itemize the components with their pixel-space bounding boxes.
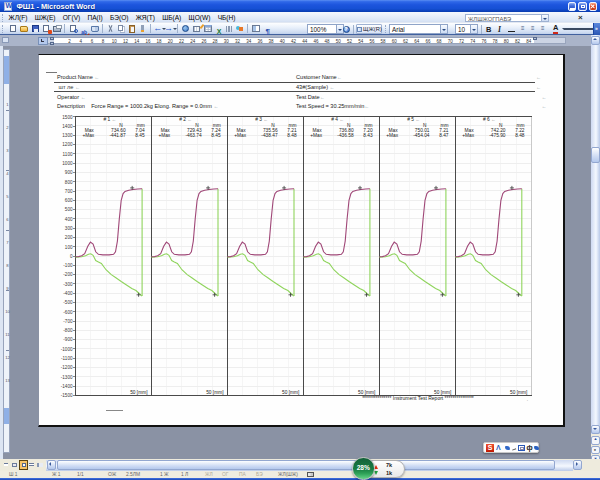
svg-text:-400: -400	[63, 291, 73, 296]
svg-text:7.24: 7.24	[211, 128, 221, 133]
svg-text:Max: Max	[465, 128, 475, 133]
svg-text:734.60: 734.60	[111, 128, 126, 133]
svg-text:-454.04: -454.04	[413, 133, 430, 138]
svg-text:-1000: -1000	[61, 347, 73, 352]
svg-text:Max: Max	[313, 128, 323, 133]
svg-text:-100: -100	[63, 263, 73, 268]
svg-text:7.20: 7.20	[363, 128, 373, 133]
svg-text:mm: mm	[517, 123, 525, 128]
svg-text:7.21: 7.21	[439, 128, 449, 133]
svg-text:700: 700	[65, 189, 73, 194]
svg-text:+Max: +Max	[462, 133, 474, 138]
svg-text:300: 300	[65, 226, 73, 231]
svg-text:mm: mm	[213, 123, 221, 128]
svg-text:Max: Max	[85, 128, 95, 133]
svg-text:600: 600	[65, 198, 73, 203]
svg-text:Max: Max	[389, 128, 399, 133]
svg-text:7.04: 7.04	[135, 128, 145, 133]
svg-text:# 1 ←: # 1 ←	[103, 117, 116, 122]
svg-text:729.43: 729.43	[187, 128, 202, 133]
svg-text:50 [mm]: 50 [mm]	[206, 390, 223, 395]
svg-text:1500: 1500	[62, 115, 73, 120]
svg-text:-200: -200	[63, 272, 73, 277]
svg-text:-300: -300	[63, 282, 73, 287]
svg-text:750.01: 750.01	[415, 128, 430, 133]
svg-text:-800: -800	[63, 328, 73, 333]
svg-text:mm: mm	[289, 123, 297, 128]
svg-text:50 [mm]: 50 [mm]	[358, 390, 375, 395]
svg-text:1200: 1200	[62, 142, 73, 147]
svg-text:-1500: -1500	[61, 393, 73, 398]
svg-text:-475.90: -475.90	[489, 133, 506, 138]
svg-text:-600: -600	[63, 310, 73, 315]
svg-text:N: N	[119, 123, 123, 128]
svg-text:mm: mm	[137, 123, 145, 128]
svg-text:200: 200	[65, 235, 73, 240]
svg-text:# 4 ←: # 4 ←	[331, 117, 344, 122]
svg-text:-1300: -1300	[61, 375, 73, 380]
svg-text:-1200: -1200	[61, 365, 73, 370]
svg-text:8.45: 8.45	[135, 133, 145, 138]
svg-text:+Max: +Max	[82, 133, 94, 138]
svg-text:# 3 ←: # 3 ←	[255, 117, 268, 122]
svg-text:8.48: 8.48	[287, 133, 297, 138]
svg-text:8.45: 8.45	[211, 133, 221, 138]
svg-text:N: N	[347, 123, 351, 128]
svg-text:# 6 ←: # 6 ←	[483, 117, 496, 122]
svg-text:-500: -500	[63, 300, 73, 305]
svg-text:-463.74: -463.74	[185, 133, 202, 138]
svg-text:500: 500	[65, 207, 73, 212]
svg-text:+Max: +Max	[310, 133, 322, 138]
svg-text:7.22: 7.22	[515, 128, 525, 133]
svg-text:+Max: +Max	[386, 133, 398, 138]
svg-text:8.48: 8.48	[515, 133, 525, 138]
svg-text:1100: 1100	[63, 152, 73, 157]
svg-text:735.56: 735.56	[263, 128, 278, 133]
svg-text:-700: -700	[63, 319, 73, 324]
svg-text:-436.58: -436.58	[337, 133, 354, 138]
svg-text:Max: Max	[161, 128, 171, 133]
svg-text:736.80: 736.80	[339, 128, 354, 133]
svg-text:# 2 ←: # 2 ←	[179, 117, 192, 122]
svg-text:+Max: +Max	[234, 133, 246, 138]
svg-text:N: N	[423, 123, 427, 128]
svg-text:-1100: -1100	[61, 356, 73, 361]
svg-text:*************** Instrument Tes: *************** Instrument Test Report *…	[362, 395, 474, 401]
svg-text:mm: mm	[365, 123, 373, 128]
svg-text:50 [mm]: 50 [mm]	[434, 390, 451, 395]
svg-text:7.21: 7.21	[287, 128, 297, 133]
svg-text:50 [mm]: 50 [mm]	[130, 390, 147, 395]
svg-text:N: N	[499, 123, 503, 128]
svg-text:1400: 1400	[62, 124, 73, 129]
svg-text:-438.47: -438.47	[261, 133, 278, 138]
svg-text:8.47: 8.47	[439, 133, 449, 138]
svg-text:400: 400	[65, 217, 73, 222]
svg-text:900: 900	[65, 170, 73, 175]
svg-text:50 [mm]: 50 [mm]	[510, 390, 527, 395]
svg-text:-1400: -1400	[61, 384, 73, 389]
svg-text:0: 0	[70, 254, 73, 259]
svg-text:50 [mm]: 50 [mm]	[282, 390, 299, 395]
svg-text:Max: Max	[237, 128, 247, 133]
svg-text:8.43: 8.43	[363, 133, 373, 138]
svg-text:800: 800	[65, 180, 73, 185]
svg-text:1000: 1000	[62, 161, 73, 166]
svg-text:-900: -900	[63, 337, 73, 342]
svg-text:mm: mm	[441, 123, 449, 128]
svg-text:1300: 1300	[62, 133, 73, 138]
svg-text:+Max: +Max	[158, 133, 170, 138]
svg-text:100: 100	[65, 245, 73, 250]
svg-text:-441.87: -441.87	[109, 133, 126, 138]
svg-text:742.20: 742.20	[491, 128, 506, 133]
svg-text:N: N	[195, 123, 199, 128]
svg-text:# 5 ←: # 5 ←	[407, 117, 420, 122]
svg-text:N: N	[271, 123, 275, 128]
